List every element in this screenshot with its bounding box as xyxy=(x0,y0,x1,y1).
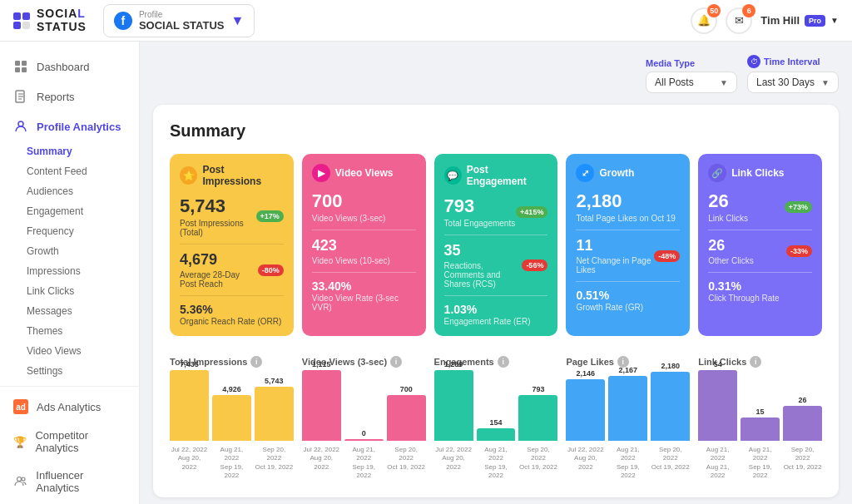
user-menu-button[interactable]: Tim Hill Pro ▼ xyxy=(760,14,839,27)
bar-val-1: 7,435 xyxy=(180,360,199,368)
engagements-chart: Engagements i 1,289 154 xyxy=(434,356,558,481)
pro-badge: Pro xyxy=(805,15,825,27)
divider xyxy=(708,230,812,230)
total-engagements-value: 793 xyxy=(444,195,516,217)
post-reach-label: Average 28-Day Post Reach xyxy=(180,270,258,289)
vv-bar-2 xyxy=(344,439,384,441)
logo-square-2 xyxy=(22,12,30,20)
page-likes-chart: Page Likes i 2,146 2,167 xyxy=(566,356,690,481)
video-views-10sec-row: 423 Video Views (10-sec) xyxy=(312,237,416,265)
chart-label-2: Aug 21, 2022Sep 19, 2022 xyxy=(212,446,251,481)
sidebar-item-profile-analytics[interactable]: Profile Analytics xyxy=(0,111,139,141)
time-interval-arrow-icon: ▼ xyxy=(821,78,830,87)
link-clicks-label: Link Clicks xyxy=(708,214,748,223)
sidebar-divider-1 xyxy=(0,386,139,387)
vvr-value: 33.40% xyxy=(312,279,416,293)
total-impressions-info-icon[interactable]: i xyxy=(250,356,262,368)
sidebar-sub-audiences[interactable]: Audiences xyxy=(13,181,139,201)
profile-name: SOCIAL STATUS xyxy=(139,19,225,32)
sidebar-item-dashboard[interactable]: Dashboard xyxy=(0,52,139,82)
time-interval-select[interactable]: Last 30 Days ▼ xyxy=(747,72,839,93)
gr-value: 0.51% xyxy=(576,289,680,302)
time-interval-value: Last 30 Days xyxy=(756,77,815,88)
messages-count: 6 xyxy=(742,4,755,17)
post-engagement-card: 💬 Post Engagement 793 Total Engagements … xyxy=(434,154,558,336)
charts-grid: Total Impressions i 7,435 4,926 xyxy=(170,356,822,481)
video-views-info-icon[interactable]: i xyxy=(390,356,402,368)
sidebar-sub-settings[interactable]: Settings xyxy=(13,361,139,381)
lc-chart-label-1: Aug 21, 2022Aug 21, 2022 xyxy=(698,446,737,481)
total-impressions-labels: Jul 22, 2022Aug 20, 2022 Aug 21, 2022Sep… xyxy=(170,446,294,481)
play-icon: ▶ xyxy=(312,164,330,182)
bar-1 xyxy=(170,370,209,441)
link-clicks-card: 🔗 Link Clicks 26 Link Clicks +73% xyxy=(698,154,822,336)
messages-button[interactable]: ✉ 6 xyxy=(726,7,752,34)
profile-button[interactable]: f Profile SOCIAL STATUS ▼ xyxy=(103,4,255,37)
main-content: Media Type All Posts ▼ ⏱ Time Interval L… xyxy=(140,42,852,504)
other-clicks-value: 26 xyxy=(708,237,753,254)
sidebar-item-ads-analytics[interactable]: ad Ads Analytics xyxy=(0,392,139,422)
sidebar-sub-themes[interactable]: Themes xyxy=(13,321,139,341)
sidebar-sub-content-feed[interactable]: Content Feed xyxy=(13,161,139,181)
sidebar-sub-summary[interactable]: Summary xyxy=(13,141,139,161)
eng-chart-label-3: Sep 20, 2022Oct 19, 2022 xyxy=(518,446,557,481)
total-engagements-label: Total Engagements xyxy=(444,219,516,228)
sidebar-sub-link-clicks[interactable]: Link Clicks xyxy=(13,281,139,301)
er-label: Engagement Rate (ER) xyxy=(444,317,548,326)
gr-label: Growth Rate (GR) xyxy=(576,303,680,312)
sidebar-item-reports[interactable]: Reports xyxy=(0,82,139,111)
svg-rect-1 xyxy=(22,61,27,66)
eng-bar-val-2: 154 xyxy=(489,418,502,427)
eng-bar-val-3: 793 xyxy=(532,385,544,393)
video-views-3sec-row: 700 Video Views (3-sec) xyxy=(312,190,416,223)
post-reach-value: 4,679 xyxy=(180,251,258,269)
sidebar-sub-growth[interactable]: Growth xyxy=(13,241,139,261)
vv-bar-group-3: 700 xyxy=(387,385,426,441)
vv-bar-val-3: 700 xyxy=(400,385,413,393)
lc-bar-group-3: 26 xyxy=(783,396,822,441)
other-clicks-badge: -33% xyxy=(786,245,812,257)
link-clicks-bars: 54 15 26 xyxy=(698,374,822,441)
sidebar-item-competitor-analytics[interactable]: 🏆 Competitor Analytics xyxy=(0,422,139,462)
net-change-label: Net Change in Page Likes xyxy=(576,256,654,274)
rcs-row: 35 Reactions, Comments and Shares (RCS) … xyxy=(444,242,548,289)
media-type-select[interactable]: All Posts ▼ xyxy=(646,72,737,93)
profile-analytics-label: Profile Analytics xyxy=(37,121,121,133)
lc-bar-1 xyxy=(698,370,737,441)
sidebar-sub-video-views[interactable]: Video Views xyxy=(13,341,139,361)
influencer-analytics-label: Influencer Analytics xyxy=(36,469,126,494)
facebook-icon: f xyxy=(114,12,132,30)
pl-bar-val-1: 2,146 xyxy=(577,369,596,378)
total-engagements-row: 793 Total Engagements +415% xyxy=(444,195,548,228)
post-impressions-label: Post Impressions (Total) xyxy=(180,219,256,237)
sidebar-sub-engagement[interactable]: Engagement xyxy=(13,201,139,221)
svg-point-9 xyxy=(17,477,21,482)
growth-card: ⤢ Growth 2,180 Total Page Likes on Oct 1… xyxy=(566,154,690,336)
link-clicks-info-icon[interactable]: i xyxy=(750,356,761,368)
post-impressions-card: ⭐ Post Impressions 5,743 Post Impression… xyxy=(170,154,294,336)
video-views-3sec-value: 700 xyxy=(312,190,386,212)
pl-bar-val-3: 2,180 xyxy=(661,362,680,370)
total-engagements-badge: +415% xyxy=(516,206,547,218)
sidebar-sub-messages[interactable]: Messages xyxy=(13,301,139,321)
sidebar-sub-frequency[interactable]: Frequency xyxy=(13,221,139,241)
pl-bar-group-3: 2,180 xyxy=(651,362,690,441)
engagements-info-icon[interactable]: i xyxy=(498,356,509,368)
link-clicks-value-row: 26 Link Clicks +73% xyxy=(708,190,812,223)
sidebar-item-influencer-analytics[interactable]: Influencer Analytics xyxy=(0,462,139,502)
eng-bar-group-3: 793 xyxy=(518,385,557,441)
engagements-labels: Jul 22, 2022Aug 20, 2022 Aug 21, 2022Sep… xyxy=(434,446,558,481)
profile-info: Profile SOCIAL STATUS xyxy=(139,10,225,32)
star-icon: ⭐ xyxy=(180,166,197,185)
sidebar-sub-impressions[interactable]: Impressions xyxy=(13,261,139,281)
divider2 xyxy=(312,272,416,273)
doc-icon xyxy=(13,89,28,104)
notification-button[interactable]: 🔔 50 xyxy=(691,7,717,34)
main-layout: Dashboard Reports xyxy=(0,42,852,504)
lc-chart-label-3: Sep 20, 2022Oct 19, 2022 xyxy=(783,446,822,481)
lc-bar-2 xyxy=(741,418,780,441)
rcs-badge: -56% xyxy=(522,259,547,271)
post-engagement-title: Post Engagement xyxy=(467,164,548,187)
svg-point-8 xyxy=(18,121,23,126)
link-icon: 🔗 xyxy=(708,164,726,182)
